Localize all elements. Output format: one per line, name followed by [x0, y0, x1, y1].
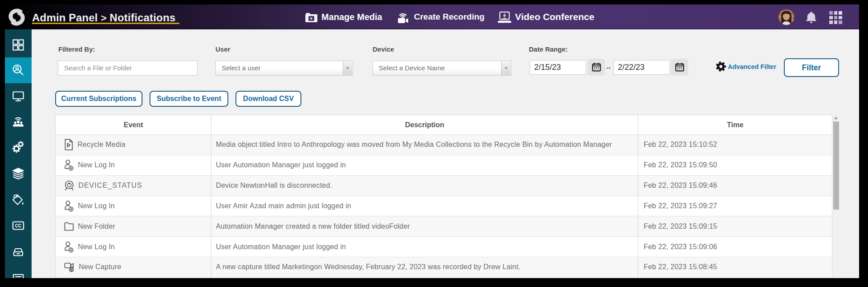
svg-text:CC: CC	[15, 223, 21, 228]
